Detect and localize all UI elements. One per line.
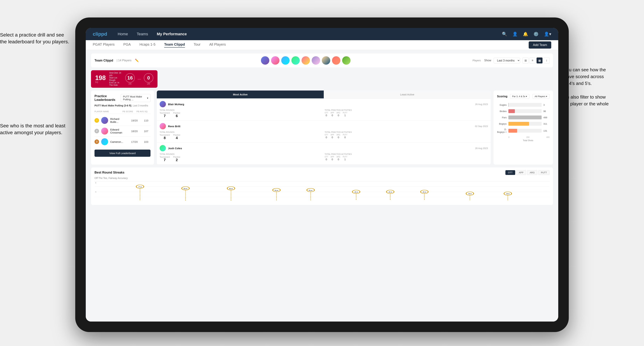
lb-avatar-3 [101, 138, 108, 145]
avatar-1[interactable] [261, 56, 269, 65]
add-team-button[interactable]: Add Team [529, 41, 551, 49]
rounds-group-2: Total Rounds Tournament 8 Practice 4 [160, 131, 323, 140]
streak-label-9: 3x [468, 193, 472, 195]
nav-link-home[interactable]: Home [118, 32, 128, 36]
streak-ott-btn[interactable]: OTT [506, 170, 515, 175]
bar-value-eagles: 3 [544, 104, 550, 106]
team-count: | 14 Players [117, 59, 132, 62]
shot-number-block: 198 SQ [95, 75, 106, 83]
avatar-6[interactable] [312, 56, 320, 65]
leaderboard-header-row: Practice Leaderboards PUTT Must Make Put… [94, 94, 150, 102]
avatar-3[interactable] [281, 56, 290, 65]
annotation-top-left: Select a practice drill and see the lead… [0, 31, 74, 45]
rounds-group-1: Total Rounds Tournament 7 Practice 6 [160, 109, 323, 118]
sub-nav-all-players[interactable]: All Players [209, 42, 226, 47]
practice-sub-row-1: OTT 0 APP 0 ARG 0 [324, 112, 488, 117]
grid-view-btn[interactable]: ⊞ [522, 57, 528, 63]
bar-fill-birdies [508, 109, 515, 113]
shot-circle-1: 16 yds [125, 73, 135, 85]
tournament-stat-3: Tournament 7 [160, 156, 170, 162]
settings-icon[interactable]: ⚙️ [534, 32, 539, 36]
lb-avatar-2 [101, 128, 108, 135]
sub-nav-pga[interactable]: PGA [123, 42, 131, 47]
edit-icon[interactable]: ✏️ [135, 58, 139, 62]
avatar-8[interactable] [332, 56, 340, 65]
bar-row-bogeys: Bogeys 311 [497, 122, 550, 126]
arg-stat-1: ARG 0 [336, 112, 340, 117]
bar-label-dbogeys: D. Bogeys + [497, 128, 506, 133]
avatar-9[interactable] [342, 56, 350, 65]
profile-icon[interactable]: 👤 [512, 32, 518, 36]
putt-value-2: 0 [343, 136, 348, 139]
streak-label-7: 4x [388, 191, 392, 193]
practice-sub-row-3: OTT 0 APP 0 ARG 0 [324, 156, 488, 161]
lb-score-1: 19/20 [129, 119, 140, 122]
app-value-2: 0 [330, 136, 334, 139]
scoring-filter-players[interactable]: All Players ▾ [532, 94, 550, 99]
practice-stat-3: Practice 2 [173, 156, 180, 162]
list-view-btn[interactable]: ≡ [530, 57, 536, 63]
sub-nav-tour[interactable]: Tour [194, 42, 200, 47]
show-period-dropdown[interactable]: Last 3 months Last 6 months Last year [494, 58, 520, 63]
drill-selector-dropdown[interactable]: PUTT Must Make Putting ... ▾ [121, 94, 150, 102]
spacer [160, 70, 553, 88]
most-active-tab[interactable]: Most Active [157, 91, 324, 98]
streak-label-3: 6x [229, 188, 233, 190]
practice-activities-title-3: Total Practice Activities [324, 153, 488, 155]
lb-avg-3: 103 [142, 140, 150, 143]
practice-stat-2: Practice 4 [173, 134, 180, 140]
show-label: Show [484, 59, 491, 62]
avatar-5[interactable] [302, 56, 310, 65]
sub-nav-pgat[interactable]: PGAT Players [93, 42, 114, 47]
leaderboard-row-2: 2 Edward Crossman 18/20 107 [94, 126, 150, 137]
player-avatars [142, 56, 469, 65]
bar-track-bogeys [508, 122, 542, 126]
streak-app-btn[interactable]: APP [516, 170, 526, 175]
shot-detail-2: Start Lie: Rough [109, 77, 122, 81]
avatar-2[interactable] [271, 56, 280, 65]
bar-label-eagles: Eagles [497, 104, 506, 106]
activity-player-row-3: Josh Coles 26 Aug 2023 [160, 145, 488, 151]
streaks-svg: 7x 6x 6x 5x [94, 181, 550, 202]
bar-fill-pars [508, 116, 542, 119]
arg-value-2: 0 [336, 136, 340, 139]
lb-avg-2: 107 [142, 130, 150, 133]
putt-stat-3: PUTT 1 [343, 156, 348, 161]
sub-nav-team-clippd[interactable]: Team Clippd [164, 42, 185, 47]
streak-putt-btn[interactable]: PUTT [538, 170, 550, 175]
bar-fill-dbogeys [508, 129, 517, 133]
nav-link-teams[interactable]: Teams [137, 32, 148, 36]
search-icon[interactable]: 🔍 [502, 32, 507, 36]
sub-nav-hcaps[interactable]: Hcaps 1-5 [140, 42, 156, 47]
practice-activities-title-1: Total Practice Activities [324, 109, 488, 111]
least-active-tab[interactable]: Least Active [324, 91, 491, 98]
app-value-3: 0 [330, 158, 334, 161]
rank-badge-2: 2 [94, 129, 99, 133]
streak-filter-group: OTT APP ARG PUTT [506, 170, 550, 175]
user-menu-icon[interactable]: 👤▾ [544, 32, 551, 36]
activity-panel: Most Active Least Active Blair McHarg 26… [157, 91, 491, 165]
app-value-1: 0 [330, 114, 334, 117]
scoring-filter-par[interactable]: Par 3, 4 & 5s ▾ [510, 94, 530, 99]
nav-link-performance[interactable]: My Performance [157, 32, 187, 36]
avatar-7[interactable] [322, 56, 330, 65]
tablet-frame: clippd Home Teams My Performance 🔍 👤 🔔 ⚙… [75, 17, 569, 332]
streaks-subtitle: Off The Tee, Fairway Accuracy [94, 177, 550, 179]
scoring-header: Scoring Par 3, 4 & 5s ▾ All Players ▾ [497, 94, 550, 99]
shot-detail-3: End Lie: In The Hole [109, 81, 122, 86]
bar-fill-bogeys [508, 122, 529, 126]
tournament-value-1: 7 [160, 114, 170, 118]
avatar-4[interactable] [292, 56, 300, 65]
streaks-chart: 7x 6x 6x 5x [94, 181, 550, 202]
card-view-btn[interactable]: ▦ [536, 57, 542, 63]
streak-label-5: 5x [309, 189, 313, 191]
sort-btn[interactable]: ↕ [544, 57, 550, 63]
bar-fill-eagles [508, 103, 508, 107]
leaderboard-row-1: ⭐ Richard Butle... 19/20 110 [94, 115, 150, 126]
view-full-leaderboard-button[interactable]: View Full Leaderboard [94, 150, 150, 157]
leaderboard-col-headers: PLAYER NAME PB SCORE PB AVG SQ [94, 109, 150, 114]
bell-icon[interactable]: 🔔 [523, 32, 528, 36]
bar-label-birdies: Birdies [497, 110, 506, 113]
shot-detail-1: Shot Dist: 16 yds [109, 72, 122, 77]
streak-arg-btn[interactable]: ARG [527, 170, 537, 175]
